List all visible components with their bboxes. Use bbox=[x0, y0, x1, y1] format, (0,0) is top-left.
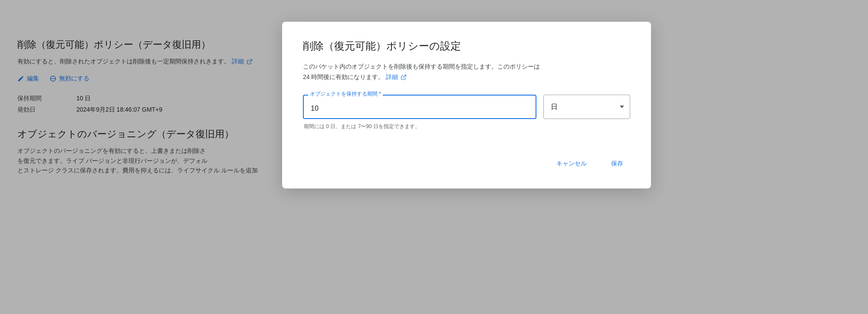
period-hint: 期間には 0 日、または 7〜90 日を指定できます。 bbox=[303, 122, 630, 130]
form-row: オブジェクトを保持する期間 * 日 時間 分 bbox=[303, 95, 630, 119]
period-field-label: オブジェクトを保持する期間 * bbox=[308, 90, 383, 98]
svg-line-3 bbox=[403, 75, 406, 78]
period-input[interactable] bbox=[303, 95, 536, 119]
save-button[interactable]: 保存 bbox=[604, 156, 630, 171]
unit-field-group: 日 時間 分 bbox=[543, 95, 630, 119]
period-field-group: オブジェクトを保持する期間 * bbox=[303, 95, 536, 119]
dialog-external-link-icon bbox=[401, 74, 407, 80]
dialog-title: 削除（復元可能）ポリシーの設定 bbox=[303, 39, 630, 53]
unit-select[interactable]: 日 時間 分 bbox=[543, 95, 630, 119]
cancel-button[interactable]: キャンセル bbox=[549, 156, 594, 171]
dialog-description: このバケット内のオブジェクトを削除後も保持する期間を指定します。このポリシーは … bbox=[303, 62, 598, 83]
dialog-detail-link[interactable]: 詳細 bbox=[386, 73, 398, 80]
dialog: 削除（復元可能）ポリシーの設定 このバケット内のオブジェクトを削除後も保持する期… bbox=[282, 22, 651, 188]
dialog-actions: キャンセル 保存 bbox=[303, 156, 630, 171]
